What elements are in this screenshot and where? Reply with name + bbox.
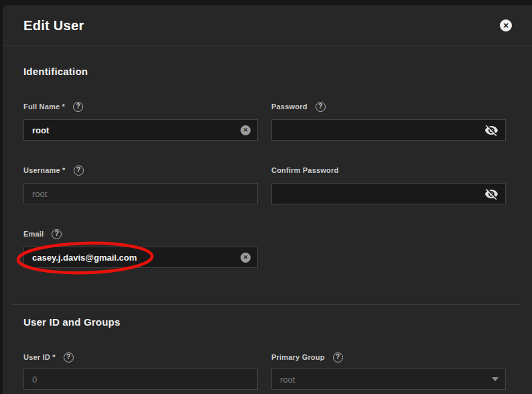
close-icon: ✕ bbox=[500, 19, 512, 31]
help-icon[interactable]: ? bbox=[316, 102, 326, 112]
clear-icon[interactable]: ✕ bbox=[241, 125, 251, 135]
field-email: Email ? casey.j.davis@gmail.com ✕ bbox=[23, 228, 258, 268]
help-icon[interactable]: ? bbox=[64, 352, 74, 363]
field-username: Username * ? root bbox=[23, 165, 258, 204]
dropdown-arrow-icon bbox=[492, 377, 498, 381]
full-name-input[interactable]: root ✕ bbox=[23, 119, 258, 141]
confirm-password-label: Confirm Password bbox=[271, 166, 338, 174]
confirm-password-input[interactable] bbox=[271, 183, 506, 204]
help-icon[interactable]: ? bbox=[73, 102, 83, 112]
identification-grid: Full Name * ? root ✕ Password ? bbox=[23, 77, 506, 268]
full-name-label: Full Name * bbox=[23, 103, 65, 111]
user-id-value: 0 bbox=[32, 375, 37, 385]
password-input[interactable] bbox=[271, 119, 506, 141]
eye-off-icon[interactable] bbox=[484, 187, 498, 201]
username-label: Username * bbox=[23, 166, 66, 174]
user-id-label-row: User ID * ? bbox=[23, 352, 258, 363]
full-name-value: root bbox=[32, 125, 49, 135]
close-button[interactable]: ✕ bbox=[500, 19, 512, 31]
username-value: root bbox=[32, 189, 47, 199]
field-full-name: Full Name * ? root ✕ bbox=[23, 101, 258, 141]
help-icon[interactable]: ? bbox=[333, 352, 343, 363]
help-icon[interactable]: ? bbox=[74, 166, 84, 176]
username-label-row: Username * ? bbox=[23, 165, 258, 176]
dialog-content: Identification Full Name * ? root ✕ Pass… bbox=[3, 66, 532, 390]
field-primary-group: Primary Group ? root bbox=[271, 352, 506, 390]
dialog-header: Edit User ✕ bbox=[3, 5, 532, 46]
full-name-label-row: Full Name * ? bbox=[23, 101, 258, 112]
field-user-id: User ID * ? 0 bbox=[23, 352, 258, 390]
clear-icon[interactable]: ✕ bbox=[241, 253, 251, 263]
username-input[interactable]: root bbox=[23, 183, 258, 204]
email-label-row: Email ? bbox=[23, 228, 258, 239]
dialog-title: Edit User bbox=[23, 18, 84, 34]
primary-group-label-row: Primary Group ? bbox=[271, 352, 506, 363]
section-divider bbox=[12, 304, 520, 305]
primary-group-select[interactable]: root bbox=[271, 369, 506, 390]
user-id-label: User ID * bbox=[23, 353, 56, 361]
password-label: Password bbox=[271, 103, 308, 111]
help-icon[interactable]: ? bbox=[52, 229, 62, 239]
user-id-input[interactable]: 0 bbox=[23, 369, 258, 390]
eye-off-icon[interactable] bbox=[484, 123, 498, 137]
email-value: casey.j.davis@gmail.com bbox=[32, 253, 137, 263]
password-label-row: Password ? bbox=[271, 101, 506, 112]
section-title-user-id-groups: User ID and Groups bbox=[23, 316, 506, 328]
email-label: Email bbox=[23, 230, 44, 238]
field-confirm-password: Confirm Password bbox=[271, 165, 506, 204]
primary-group-value: root bbox=[280, 375, 295, 385]
confirm-password-label-row: Confirm Password bbox=[271, 165, 506, 176]
grid-spacer bbox=[271, 204, 506, 268]
user-id-groups-grid: User ID * ? 0 Primary Group ? root bbox=[23, 328, 506, 390]
email-input[interactable]: casey.j.davis@gmail.com ✕ bbox=[23, 247, 258, 268]
section-title-identification: Identification bbox=[23, 66, 506, 77]
field-password: Password ? bbox=[271, 101, 506, 141]
edit-user-dialog: Edit User ✕ Identification Full Name * ?… bbox=[3, 5, 532, 394]
primary-group-label: Primary Group bbox=[271, 353, 325, 361]
